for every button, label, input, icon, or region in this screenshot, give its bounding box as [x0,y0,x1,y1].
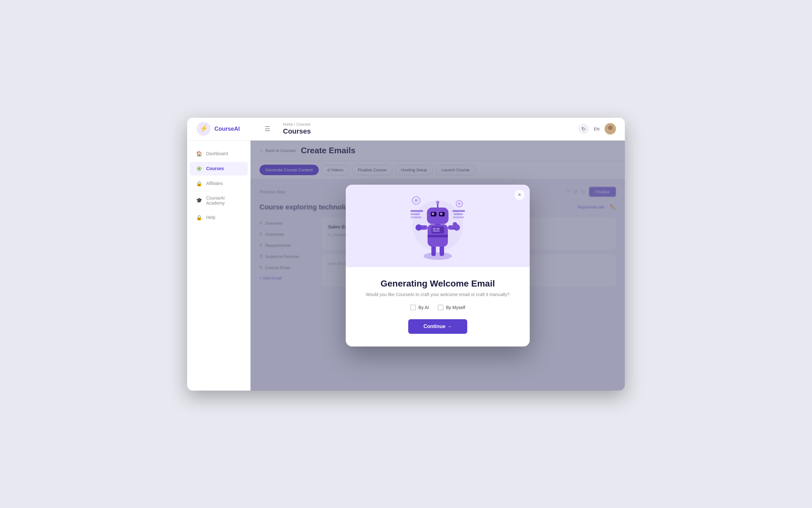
sidebar: 🏠 Dashboard ✳️ Courses 🔒 Affiliates 🎓 Co… [187,140,251,391]
checkbox-by-ai[interactable] [410,305,416,310]
main-layout: 🏠 Dashboard ✳️ Courses 🔒 Affiliates 🎓 Co… [187,140,625,391]
close-button[interactable]: × [514,190,525,200]
svg-rect-32 [453,216,464,218]
svg-point-36 [458,203,460,205]
sidebar-item-help[interactable]: 🔒 Help [190,211,248,224]
language-selector[interactable]: EN [594,127,599,131]
option-by-ai[interactable]: By AI [410,305,429,310]
sidebar-item-courses[interactable]: ✳️ Courses [190,162,248,175]
svg-point-16 [415,224,422,231]
header: ⚡ CourseAI ☰ Home / Courses Courses ↻ EN [187,118,625,140]
svg-rect-11 [433,228,436,230]
label-by-ai: By AI [418,305,429,310]
checkbox-by-myself[interactable] [438,305,443,310]
header-page-title: Courses [283,127,579,135]
modal-dialog: × [346,185,530,346]
modal-body: Generating Welcome Email Would you like … [346,267,530,346]
sidebar-item-courseai-academy[interactable]: 🎓 CourseAI Academy [190,192,248,209]
hamburger-menu[interactable]: ☰ [265,125,270,133]
dashboard-icon: 🏠 [196,151,202,157]
svg-point-2 [608,126,613,130]
sidebar-item-affiliates[interactable]: 🔒 Affiliates [190,177,248,190]
modal-overlay: × [251,140,625,391]
sidebar-item-label-affiliates: Affiliates [206,181,223,186]
svg-point-5 [423,252,452,260]
app-name: CourseAI [215,126,240,132]
sidebar-item-dashboard[interactable]: 🏠 Dashboard [190,147,248,161]
header-right: ↻ EN [579,123,616,134]
svg-rect-12 [437,228,440,230]
courses-icon: ✳️ [196,166,202,172]
label-by-myself: By Myself [446,305,465,310]
sidebar-item-label-courses: Courses [206,166,224,171]
svg-rect-30 [452,210,465,212]
svg-point-34 [415,199,418,202]
sidebar-item-label-dashboard: Dashboard [206,151,228,156]
svg-text:⚡: ⚡ [199,124,209,133]
svg-rect-10 [432,226,444,234]
option-by-myself[interactable]: By Myself [438,305,465,310]
checkbox-group: By AI By Myself [361,305,514,310]
continue-button[interactable]: Continue → [408,319,467,334]
svg-rect-13 [433,230,440,231]
help-icon: 🔒 [196,214,202,220]
svg-point-3 [607,130,614,134]
svg-rect-28 [410,213,420,215]
refresh-icon[interactable]: ↻ [579,124,589,134]
content-area: ← Back to Courses Create Emails Generate… [251,140,625,391]
sidebar-item-label-academy: CourseAI Academy [206,196,241,206]
svg-point-24 [440,213,443,215]
svg-rect-9 [427,235,448,237]
svg-rect-27 [410,210,423,212]
svg-rect-29 [410,216,421,218]
breadcrumb: Home / Courses [283,122,579,127]
modal-title: Generating Welcome Email [361,279,514,289]
modal-illustration: × [346,185,530,267]
svg-point-23 [432,213,434,215]
modal-subtitle: Would you like CourseAI to craft your we… [361,292,514,297]
robot-illustration [406,188,469,264]
header-center: Home / Courses Courses [270,122,579,135]
academy-icon: 🎓 [196,197,202,203]
avatar[interactable] [604,123,616,134]
logo-area: ⚡ CourseAI [196,121,260,136]
svg-rect-31 [454,213,463,215]
affiliates-icon: 🔒 [196,180,202,186]
logo-icon: ⚡ [196,121,211,136]
sidebar-item-label-help: Help [206,215,215,220]
svg-rect-20 [427,208,449,224]
svg-point-26 [436,201,439,204]
